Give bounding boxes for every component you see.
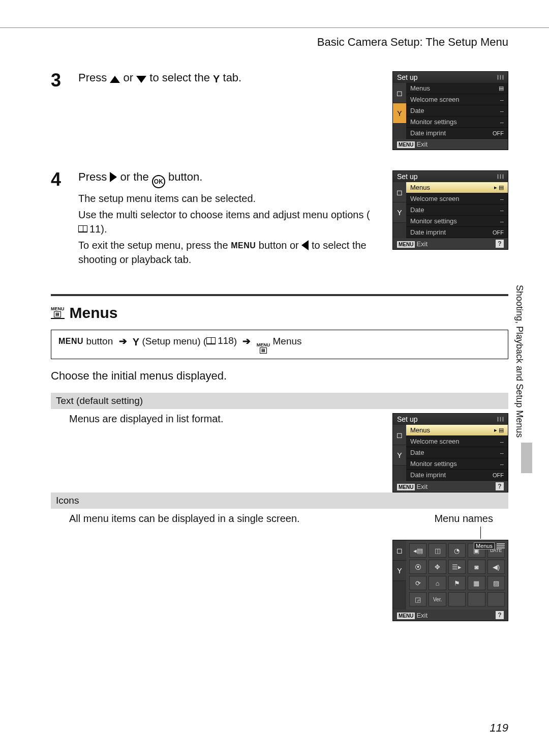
- side-chapter-label: Shooting, Playback and Setup Menus: [514, 285, 525, 438]
- menu-row: Monitor settings--: [406, 216, 508, 227]
- menu-icon-cell: [487, 592, 505, 606]
- step-4-title: Press or the OK button.: [78, 170, 382, 188]
- option-icons-header: Icons: [51, 492, 508, 509]
- menu-row: Date--: [406, 447, 508, 458]
- menu-icon-cell: [448, 592, 466, 606]
- camera-screenshot-icon-menus: Menus ◻ Y ◂▤ ◫ ◔ ▣ DATE: [392, 540, 508, 621]
- menu-row: Date imprintOFF: [406, 128, 508, 139]
- menu-row: Welcome screen--: [406, 94, 508, 105]
- step-4-line3: To exit the setup menu, press the MENU b…: [78, 238, 382, 267]
- wrench-icon: Y: [213, 73, 220, 85]
- menu-row: Welcome screen--: [406, 193, 508, 205]
- camera-screenshot-setup-tabs: Set up ◻ Y Menus▤ Welcome screen-- Date-…: [392, 71, 508, 150]
- menu-icon-cell: ⌂: [429, 576, 446, 590]
- camera-tab-icon: ◻: [393, 425, 406, 445]
- menu-icon-cell: Ver.: [429, 592, 446, 606]
- camera-tab-icon: ◻: [393, 540, 406, 561]
- menu-icon-cell: ◲: [409, 592, 426, 606]
- menu-icon-cell: ◂▤: [409, 543, 426, 558]
- setup-tab-icon: Y: [393, 445, 406, 466]
- section-intro: Choose the initial menus displayed.: [51, 369, 508, 383]
- step-4-line1: The setup menu items can be selected.: [78, 191, 382, 206]
- step-number: 3: [51, 71, 68, 90]
- camera-tab-icon: ◻: [393, 83, 406, 103]
- menu-icon-cell: ⚑: [448, 576, 466, 590]
- page-number: 119: [490, 721, 508, 735]
- menu-row: Menus▤: [406, 83, 508, 94]
- option-icons-desc: All menu items can be displayed in a sin…: [51, 513, 377, 525]
- wrench-icon: Y: [133, 336, 139, 348]
- scroll-indicator-icon: [497, 75, 504, 80]
- triangle-right-icon: [110, 172, 117, 182]
- camera-screenshot-setup-selected: Set up ◻ Y Menus▸ ▤ Welcome screen-- Dat…: [392, 170, 508, 250]
- ok-button-icon: OK: [152, 175, 165, 188]
- exit-label: Exit: [416, 140, 428, 148]
- book-icon: [78, 225, 87, 232]
- section-menus: MENU▤ Menus MENU button ➔ Y (Setup menu)…: [51, 294, 508, 621]
- menu-row-selected: Menus▸ ▤: [406, 425, 508, 436]
- cam-title: Set up: [397, 73, 417, 81]
- menu-icon-cell: ◙: [468, 560, 485, 574]
- menu-badge: MENU: [397, 141, 415, 148]
- menu-icon-cell: [468, 592, 485, 606]
- help-icon: ?: [496, 482, 504, 490]
- list-view-icon: [497, 542, 505, 549]
- menu-row: Date--: [406, 105, 508, 117]
- callout-line: [392, 527, 508, 539]
- triangle-down-icon: [136, 76, 146, 83]
- menu-icon-cell: ◫: [429, 543, 446, 558]
- menu-row-selected: Menus▸ ▤: [406, 182, 508, 193]
- step-4: 4 Press or the OK button. The setup menu…: [51, 170, 508, 269]
- camera-screenshot-text-menus: Set up ◻ Y Menus▸ ▤ Welcome screen-- Dat…: [392, 413, 508, 492]
- camera-tab-icon: ◻: [393, 182, 406, 202]
- step-number: 4: [51, 170, 68, 189]
- book-icon: [206, 337, 216, 344]
- setup-tab-icon: Y: [393, 202, 406, 223]
- arrow-right-icon: ➔: [116, 336, 130, 346]
- side-thumb-tab: [521, 443, 532, 473]
- page-header: Basic Camera Setup: The Setup Menu: [317, 36, 508, 49]
- menu-text-icon: MENU: [58, 337, 83, 346]
- step-3: 3 Press or to select the Y tab. Set up ◻: [51, 71, 508, 150]
- menu-row: Date imprintOFF: [406, 470, 508, 481]
- setup-tab-icon: Y: [393, 561, 406, 581]
- option-text-header: Text (default setting): [51, 393, 508, 409]
- menu-icon-cell: ⟳: [409, 576, 426, 590]
- step-3-title: Press or to select the Y tab.: [78, 71, 382, 85]
- menu-icon-cell: ◔: [448, 543, 466, 558]
- triangle-left-icon: [301, 240, 309, 250]
- menu-row: Monitor settings--: [406, 117, 508, 128]
- cam-menu-name-label: Menus: [474, 542, 495, 549]
- nav-path: MENU button ➔ Y (Setup menu) ( 118) ➔ ME…: [51, 330, 508, 359]
- menu-row: Welcome screen--: [406, 436, 508, 447]
- menu-icon-cell: ☰▸: [448, 560, 466, 574]
- menu-stack-icon: MENU▤: [51, 307, 65, 319]
- header-divider: [0, 27, 549, 28]
- help-icon: ?: [496, 611, 504, 619]
- help-icon: ?: [496, 240, 504, 248]
- menu-row: Date imprintOFF: [406, 227, 508, 238]
- scroll-indicator-icon: [497, 174, 504, 179]
- arrow-right-icon: ➔: [239, 336, 254, 346]
- option-text-desc: Menus are displayed in list format.: [51, 413, 377, 425]
- menu-names-label: Menu names: [392, 513, 508, 525]
- setup-tab-icon: Y: [393, 103, 406, 124]
- menu-stack-icon: MENU▤: [257, 343, 270, 354]
- menu-icon-cell: ▦: [468, 576, 485, 590]
- menu-icon-cell: ✥: [429, 560, 446, 574]
- menu-icon-cell: ◀): [487, 560, 505, 574]
- scroll-indicator-icon: [497, 417, 504, 422]
- triangle-up-icon: [110, 76, 120, 83]
- menu-row: Monitor settings--: [406, 458, 508, 470]
- menu-icon-cell: ▨: [487, 576, 505, 590]
- menu-row: Date--: [406, 205, 508, 216]
- menu-text-icon: MENU: [231, 240, 256, 251]
- step-4-line2: Use the multi selector to choose items a…: [78, 208, 382, 236]
- menu-icon-cell: ⦿: [409, 560, 426, 574]
- section-heading: MENU▤ Menus: [51, 304, 508, 322]
